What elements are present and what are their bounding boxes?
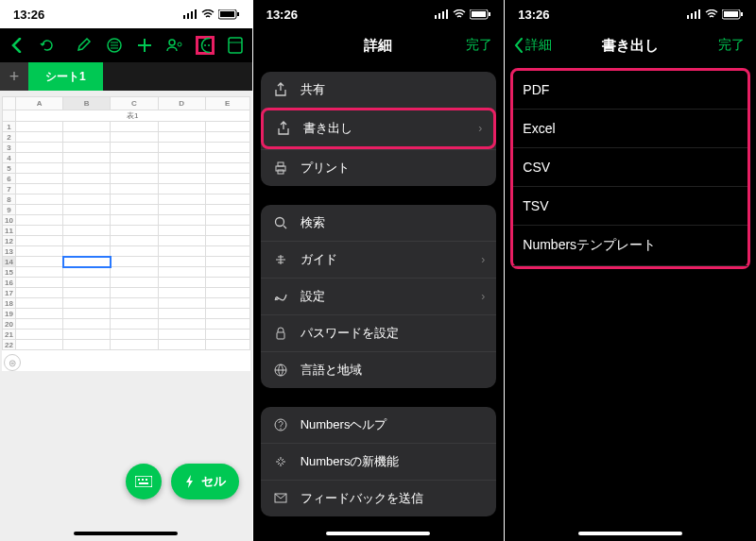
menu-item[interactable]: ガイド› bbox=[261, 241, 497, 278]
add-row-button[interactable]: ⊜ bbox=[4, 354, 21, 371]
export-format-row[interactable]: TSV bbox=[513, 187, 747, 226]
done-button[interactable]: 完了 bbox=[466, 37, 492, 54]
col-header[interactable]: D bbox=[158, 97, 205, 110]
add-icon[interactable] bbox=[135, 36, 154, 55]
signal-icon bbox=[435, 9, 449, 19]
list-group-1: 共有書き出し›プリント bbox=[261, 72, 497, 186]
col-header[interactable]: A bbox=[16, 97, 63, 110]
menu-item[interactable]: プリント bbox=[261, 149, 497, 186]
svg-rect-43 bbox=[741, 12, 743, 16]
col-header[interactable]: E bbox=[205, 97, 249, 110]
keyboard-fab[interactable] bbox=[126, 464, 162, 499]
status-indicators bbox=[435, 9, 490, 20]
menu-item[interactable]: 設定› bbox=[261, 278, 497, 314]
battery-icon bbox=[218, 9, 239, 20]
wifi-icon bbox=[201, 9, 215, 19]
wifi-icon bbox=[705, 9, 718, 19]
wifi-icon bbox=[453, 9, 466, 19]
svg-rect-19 bbox=[139, 482, 148, 484]
svg-rect-26 bbox=[489, 12, 490, 16]
menu-item-label: 共有 bbox=[301, 81, 325, 98]
col-header[interactable]: B bbox=[63, 97, 111, 110]
svg-point-30 bbox=[275, 218, 284, 227]
status-indicators bbox=[183, 9, 239, 20]
svg-rect-16 bbox=[138, 479, 140, 481]
menu-item-label: 言語と地域 bbox=[301, 362, 362, 379]
screen-details: 13:26 詳細 完了 共有書き出し›プリント 検索ガイド›設定›パスワードを設… bbox=[252, 0, 505, 541]
svg-point-8 bbox=[169, 40, 175, 45]
svg-rect-25 bbox=[472, 11, 486, 17]
chevron-right-icon: › bbox=[478, 122, 482, 135]
battery-icon bbox=[722, 9, 743, 20]
status-indicators bbox=[687, 9, 743, 20]
chevron-right-icon: › bbox=[481, 253, 485, 266]
toolbar bbox=[0, 28, 252, 62]
add-sheet-button[interactable]: + bbox=[0, 62, 28, 91]
status-bar: 13:26 bbox=[0, 0, 252, 28]
svg-rect-20 bbox=[435, 15, 437, 19]
menu-item[interactable]: 共有 bbox=[261, 72, 497, 108]
export-format-row[interactable]: Numbersテンプレート bbox=[513, 226, 747, 266]
svg-rect-22 bbox=[442, 11, 444, 19]
collab-icon[interactable] bbox=[165, 36, 184, 55]
sheet-tab-bar: + シート1 bbox=[0, 62, 252, 91]
svg-rect-1 bbox=[187, 13, 189, 19]
svg-rect-2 bbox=[191, 11, 193, 19]
export-format-row[interactable]: CSV bbox=[513, 148, 747, 187]
menu-item[interactable]: パスワードを設定 bbox=[261, 314, 497, 351]
col-header[interactable]: C bbox=[111, 97, 158, 110]
menu-item[interactable]: Numbersヘルプ bbox=[261, 407, 497, 443]
done-button[interactable]: 完了 bbox=[718, 37, 745, 54]
menu-item-label: 書き出し bbox=[303, 120, 352, 137]
menu-item[interactable]: 言語と地域 bbox=[261, 351, 497, 388]
back-icon[interactable] bbox=[8, 36, 26, 55]
settings-icon bbox=[272, 289, 289, 304]
help-icon bbox=[272, 417, 289, 432]
nav-title: 書き出し bbox=[602, 37, 659, 55]
search-icon bbox=[272, 215, 289, 230]
cell-fab[interactable]: セル bbox=[171, 464, 239, 499]
format-icon[interactable] bbox=[105, 36, 124, 55]
brush-icon[interactable] bbox=[75, 36, 94, 55]
svg-rect-17 bbox=[142, 479, 144, 481]
svg-point-11 bbox=[204, 44, 206, 46]
svg-rect-38 bbox=[691, 13, 693, 19]
svg-rect-0 bbox=[183, 15, 185, 19]
feedback-icon bbox=[272, 491, 289, 506]
status-bar: 13:26 bbox=[253, 0, 505, 28]
export-format-list: PDFExcelCSVTSVNumbersテンプレート bbox=[510, 68, 750, 269]
svg-rect-40 bbox=[698, 9, 700, 19]
home-indicator[interactable] bbox=[578, 532, 682, 535]
menu-item[interactable]: フィードバックを送信 bbox=[261, 480, 497, 516]
undo-icon[interactable] bbox=[38, 36, 57, 55]
bolt-icon bbox=[184, 475, 196, 488]
export-format-row[interactable]: PDF bbox=[513, 71, 747, 110]
spreadsheet-grid[interactable]: A B C D E 表1 1 2 3 4 5 6 7 8 9 10 11 12 bbox=[2, 96, 250, 350]
share-icon bbox=[272, 82, 289, 97]
battery-icon bbox=[470, 9, 490, 20]
menu-item-label: 設定 bbox=[301, 288, 325, 305]
menu-item[interactable]: 検索 bbox=[261, 205, 497, 241]
menu-item[interactable]: 書き出し› bbox=[261, 108, 497, 149]
svg-rect-21 bbox=[438, 13, 440, 19]
more-icon[interactable] bbox=[196, 36, 215, 55]
home-indicator[interactable] bbox=[326, 532, 430, 535]
sheet-area[interactable]: A B C D E 表1 1 2 3 4 5 6 7 8 9 10 11 12 bbox=[0, 91, 252, 541]
svg-rect-42 bbox=[724, 11, 738, 17]
status-time: 13:26 bbox=[266, 8, 298, 22]
menu-item[interactable]: Numbersの新機能 bbox=[261, 443, 497, 480]
list-group-2: 検索ガイド›設定›パスワードを設定言語と地域 bbox=[261, 205, 497, 388]
svg-rect-14 bbox=[229, 38, 242, 53]
selected-cell[interactable] bbox=[63, 257, 111, 267]
guide-icon bbox=[272, 252, 289, 267]
sheet-tab[interactable]: シート1 bbox=[28, 62, 103, 91]
status-time: 13:26 bbox=[518, 8, 549, 22]
home-indicator[interactable] bbox=[74, 532, 178, 535]
lock-icon bbox=[272, 326, 289, 341]
back-button[interactable]: 詳細 bbox=[514, 37, 552, 54]
menu-item-label: 検索 bbox=[301, 214, 325, 231]
panel-icon[interactable] bbox=[226, 36, 245, 55]
menu-item-label: ガイド bbox=[301, 251, 337, 268]
svg-rect-39 bbox=[695, 11, 696, 19]
export-format-row[interactable]: Excel bbox=[513, 110, 747, 148]
